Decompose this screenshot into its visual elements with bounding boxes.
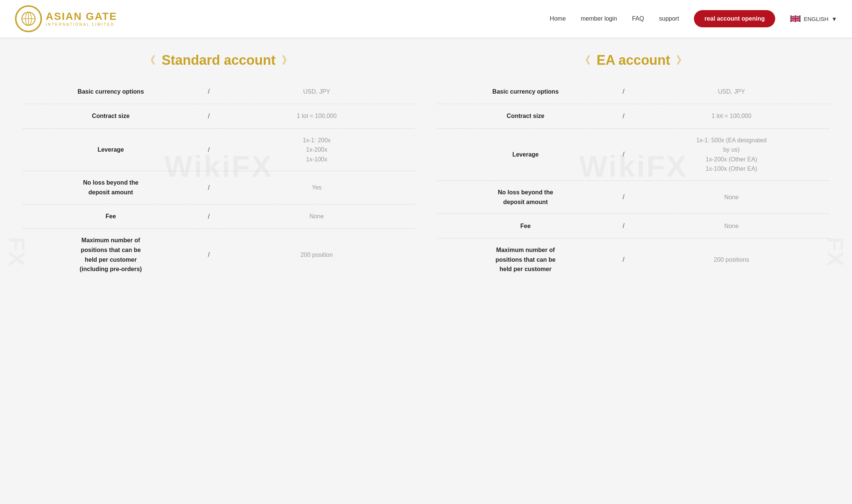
row-label: Leverage [22, 128, 199, 171]
row-separator: / [199, 104, 218, 128]
nav-support[interactable]: support [659, 15, 679, 22]
ea-account-heading: EA account [596, 52, 670, 68]
nav-member-login[interactable]: member login [581, 15, 617, 22]
standard-account-title: 《 Standard account 》 [22, 52, 415, 68]
real-account-opening-button[interactable]: real account opening [694, 10, 775, 27]
row-label: No loss beyond thedeposit amount [22, 171, 199, 204]
row-separator: / [614, 238, 633, 280]
row-value: None [218, 204, 415, 229]
row-value: 1 lot = 100,000 [633, 104, 830, 128]
table-row: Basic currency options/USD, JPY [22, 79, 415, 104]
row-label: Basic currency options [22, 79, 199, 104]
row-value: 200 position [218, 229, 415, 281]
row-separator: / [614, 214, 633, 239]
row-value: 200 positions [633, 238, 830, 280]
main-nav: Home member login FAQ support real accou… [550, 10, 837, 27]
row-separator: / [614, 128, 633, 180]
row-label: Contract size [22, 104, 199, 128]
standard-account-table: Basic currency options/USD, JPYContract … [22, 79, 415, 281]
row-separator: / [199, 79, 218, 104]
standard-account-panel: WikiFX 《 Standard account 》 Basic curren… [22, 52, 415, 281]
row-value: Yes [218, 171, 415, 204]
table-row: Fee/None [22, 204, 415, 229]
header: ASIAN GATE INTERNATIONAL LIMITED Home me… [0, 0, 852, 37]
language-label: ENGLISH [804, 16, 828, 22]
table-row: Leverage/1x-1: 500x (EA designatedby us)… [437, 128, 830, 180]
standard-account-heading: Standard account [161, 52, 275, 68]
row-label: Contract size [437, 104, 614, 128]
row-value: USD, JPY [633, 79, 830, 104]
row-label: Fee [437, 214, 614, 239]
row-value: None [633, 180, 830, 213]
row-label: Leverage [437, 128, 614, 180]
ea-account-table: Basic currency options/USD, JPYContract … [437, 79, 830, 281]
row-label: Maximum number ofpositions that can behe… [437, 238, 614, 280]
row-label: Fee [22, 204, 199, 229]
main-content: WikiFX 《 Standard account 》 Basic curren… [0, 37, 852, 303]
logo: ASIAN GATE INTERNATIONAL LIMITED [15, 5, 117, 32]
language-dropdown-icon[interactable]: ▼ [831, 16, 837, 22]
row-value: 1x-1: 200x1x-200x1x-100x [218, 128, 415, 171]
table-row: Maximum number ofpositions that can behe… [437, 238, 830, 280]
table-row: Basic currency options/USD, JPY [437, 79, 830, 104]
row-value: 1x-1: 500x (EA designatedby us)1x-200x (… [633, 128, 830, 180]
row-separator: / [199, 229, 218, 281]
logo-circle [15, 5, 42, 32]
nav-home[interactable]: Home [550, 15, 566, 22]
logo-sub-text: INTERNATIONAL LIMITED [46, 22, 117, 27]
table-row: Fee/None [437, 214, 830, 239]
logo-icon [21, 11, 36, 26]
row-label: Basic currency options [437, 79, 614, 104]
row-separator: / [614, 180, 633, 213]
left-chevron-ea: 《 [580, 53, 590, 67]
logo-text: ASIAN GATE INTERNATIONAL LIMITED [46, 11, 117, 27]
language-selector[interactable]: ENGLISH ▼ [790, 15, 837, 22]
svg-rect-11 [791, 18, 801, 19]
row-separator: / [199, 171, 218, 204]
nav-faq[interactable]: FAQ [632, 15, 644, 22]
row-label: No loss beyond thedeposit amount [437, 180, 614, 213]
row-separator: / [614, 79, 633, 104]
accounts-grid: WikiFX 《 Standard account 》 Basic curren… [22, 52, 830, 281]
table-row: No loss beyond thedeposit amount/None [437, 180, 830, 213]
right-chevron-standard: 》 [282, 53, 292, 67]
ea-account-title: 《 EA account 》 [437, 52, 830, 68]
uk-flag-icon [790, 15, 801, 22]
table-row: Contract size/1 lot = 100,000 [22, 104, 415, 128]
table-row: Leverage/1x-1: 200x1x-200x1x-100x [22, 128, 415, 171]
ea-account-panel: WikiFX 《 EA account 》 Basic currency opt… [437, 52, 830, 281]
right-chevron-ea: 》 [676, 53, 687, 67]
row-value: 1 lot = 100,000 [218, 104, 415, 128]
row-value: None [633, 214, 830, 239]
table-row: Maximum number ofpositions that can behe… [22, 229, 415, 281]
row-separator: / [614, 104, 633, 128]
row-separator: / [199, 204, 218, 229]
left-chevron-standard: 《 [145, 53, 155, 67]
row-value: USD, JPY [218, 79, 415, 104]
logo-main-text: ASIAN GATE [46, 11, 117, 22]
row-label: Maximum number ofpositions that can behe… [22, 229, 199, 281]
table-row: Contract size/1 lot = 100,000 [437, 104, 830, 128]
table-row: No loss beyond thedeposit amount/Yes [22, 171, 415, 204]
row-separator: / [199, 128, 218, 171]
